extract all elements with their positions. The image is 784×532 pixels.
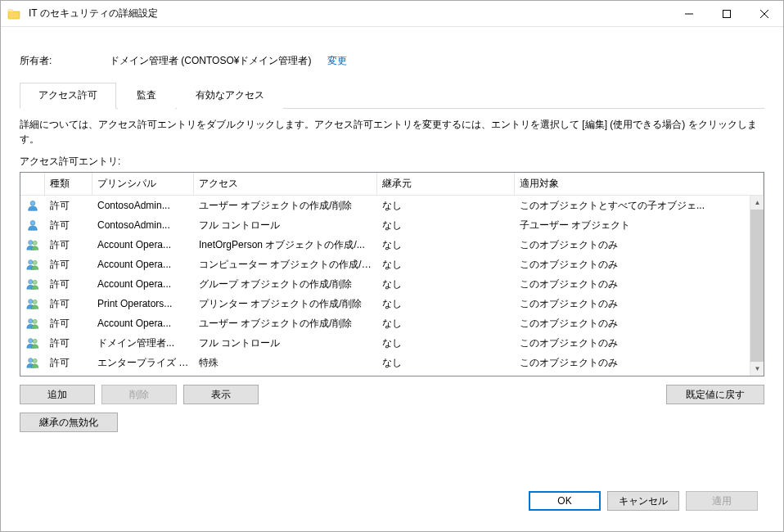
cell-inherited: なし — [377, 217, 515, 234]
cell-inherited: なし — [377, 256, 515, 273]
principal-icon — [20, 335, 45, 351]
inherit-button-row: 継承の無効化 — [20, 413, 764, 432]
col-header-icon[interactable] — [20, 173, 45, 195]
cell-type: 許可 — [45, 256, 92, 273]
maximize-button[interactable] — [708, 1, 746, 27]
cell-access: 特殊 — [194, 354, 377, 372]
table-row[interactable]: 許可ドメイン管理者...フル コントロールなしこのオブジェクトのみ — [20, 333, 750, 353]
cell-type: 許可 — [45, 374, 92, 376]
close-button[interactable] — [746, 1, 783, 27]
svg-rect-1 — [723, 10, 731, 17]
cell-applies: このオブジェクトのみ — [515, 374, 750, 376]
svg-point-15 — [33, 319, 37, 323]
cell-type: 許可 — [45, 217, 92, 234]
principal-icon — [20, 197, 45, 214]
col-header-access[interactable]: アクセス — [194, 173, 377, 195]
cell-inherited: なし — [377, 335, 515, 352]
cell-applies: このオブジェクトのみ — [515, 295, 750, 313]
delete-button[interactable]: 削除 — [101, 385, 177, 404]
tab-effective-access[interactable]: 有効なアクセス — [177, 83, 283, 109]
svg-point-14 — [29, 319, 33, 323]
owner-row: 所有者: ドメイン管理者 (CONTOSO¥ドメイン管理者) 変更 — [20, 54, 764, 68]
scroll-down-button[interactable]: ▼ — [750, 362, 764, 376]
cell-principal: エンタープライズ D... — [92, 354, 194, 372]
table-row[interactable]: 許可Account Opera...ユーザー オブジェクトの作成/削除なしこのオ… — [20, 313, 750, 333]
cell-applies: このオブジェクトのみ — [515, 256, 750, 273]
cancel-button[interactable]: キャンセル — [607, 491, 679, 511]
cell-type: 許可 — [45, 197, 92, 214]
advanced-security-window: IT のセキュリティの詳細設定 所有者: ドメイン管理者 (CONTOSO¥ドメ… — [0, 0, 784, 532]
tabstrip: アクセス許可 監査 有効なアクセス — [20, 83, 764, 109]
action-button-row: 追加 削除 表示 既定値に戻す — [20, 385, 764, 404]
cell-applies: このオブジェクトのみ — [515, 354, 750, 372]
cell-applies: このオブジェクトのみ — [515, 276, 750, 293]
col-header-inherited[interactable]: 継承元 — [377, 173, 515, 195]
table-row[interactable]: 許可ContosoAdmin...フル コントロールなし子ユーザー オブジェクト — [20, 215, 750, 235]
cell-type: 許可 — [45, 315, 92, 332]
ok-button[interactable]: OK — [529, 491, 601, 511]
dialog-buttons: OK キャンセル 適用 — [529, 483, 758, 511]
principal-icon — [20, 217, 45, 233]
table-row[interactable]: 許可Account Opera...グループ オブジェクトの作成/削除なしこのオ… — [20, 274, 750, 294]
cell-access: InetOrgPerson オブジェクトの作成/... — [194, 237, 377, 254]
list-label: アクセス許可エントリ: — [20, 155, 764, 169]
table-row[interactable]: 許可Account Opera...コンピューター オブジェクトの作成/削除なし… — [20, 255, 750, 274]
table-row[interactable]: 許可Account Opera...InetOrgPerson オブジェクトの作… — [20, 235, 750, 255]
principal-icon — [20, 315, 45, 331]
listview-header: 種類 プリンシパル アクセス 継承元 適用対象 — [20, 173, 764, 196]
table-row[interactable]: 許可認証済み ...特殊なしこのオブジェクトのみ — [20, 372, 750, 376]
tab-auditing[interactable]: 監査 — [118, 83, 175, 109]
svg-point-17 — [33, 339, 37, 343]
cell-inherited: なし — [377, 197, 515, 214]
permission-listview[interactable]: 種類 プリンシパル アクセス 継承元 適用対象 許可ContosoAdmin..… — [20, 172, 764, 376]
svg-point-13 — [33, 300, 37, 304]
col-header-applies[interactable]: 適用対象 — [515, 173, 764, 195]
cell-principal: Account Opera... — [92, 257, 194, 272]
restore-defaults-button[interactable]: 既定値に戻す — [666, 385, 764, 404]
cell-type: 許可 — [45, 335, 92, 352]
vertical-scrollbar[interactable]: ▲ ▼ — [750, 196, 764, 376]
cell-access: ユーザー オブジェクトの作成/削除 — [194, 315, 377, 332]
cell-inherited: なし — [377, 315, 515, 332]
svg-point-10 — [29, 280, 33, 284]
cell-inherited: なし — [377, 237, 515, 254]
cell-inherited: なし — [377, 276, 515, 293]
table-row[interactable]: 許可エンタープライズ D...特殊なしこのオブジェクトのみ — [20, 353, 750, 372]
cell-applies: このオブジェクトのみ — [515, 237, 750, 254]
view-button[interactable]: 表示 — [183, 385, 259, 404]
cell-access: 特殊 — [194, 374, 377, 376]
change-owner-link[interactable]: 変更 — [327, 54, 347, 68]
svg-point-19 — [33, 358, 37, 363]
cell-applies: このオブジェクトのみ — [515, 335, 750, 352]
cell-type: 許可 — [45, 276, 92, 293]
scrollbar-thumb[interactable] — [750, 210, 764, 363]
svg-point-4 — [30, 201, 35, 205]
cell-access: プリンター オブジェクトの作成/削除 — [194, 295, 377, 313]
principal-icon — [20, 374, 45, 376]
principal-icon — [20, 354, 45, 371]
svg-point-12 — [29, 300, 33, 304]
cell-type: 許可 — [45, 295, 92, 313]
col-header-principal[interactable]: プリンシパル — [92, 173, 194, 195]
minimize-button[interactable] — [670, 1, 708, 27]
svg-point-11 — [33, 280, 37, 284]
svg-point-6 — [29, 241, 33, 245]
tab-permissions[interactable]: アクセス許可 — [20, 83, 116, 109]
titlebar: IT のセキュリティの詳細設定 — [1, 1, 783, 27]
apply-button[interactable]: 適用 — [686, 491, 758, 511]
cell-access: フル コントロール — [194, 217, 377, 234]
col-header-type[interactable]: 種類 — [45, 173, 92, 195]
cell-principal: ContosoAdmin... — [92, 198, 194, 213]
cell-applies: このオブジェクトのみ — [515, 315, 750, 332]
disable-inheritance-button[interactable]: 継承の無効化 — [20, 413, 118, 432]
scroll-up-button[interactable]: ▲ — [750, 196, 764, 210]
cell-principal: Account Opera... — [92, 277, 194, 291]
cell-principal: Account Opera... — [92, 316, 194, 331]
add-button[interactable]: 追加 — [20, 385, 95, 404]
svg-point-8 — [29, 260, 33, 264]
table-row[interactable]: 許可ContosoAdmin...ユーザー オブジェクトの作成/削除なしこのオブ… — [20, 196, 750, 215]
svg-point-7 — [33, 241, 37, 245]
window-title: IT のセキュリティの詳細設定 — [27, 7, 670, 20]
table-row[interactable]: 許可Print Operators...プリンター オブジェクトの作成/削除なし… — [20, 294, 750, 313]
principal-icon — [20, 276, 45, 292]
